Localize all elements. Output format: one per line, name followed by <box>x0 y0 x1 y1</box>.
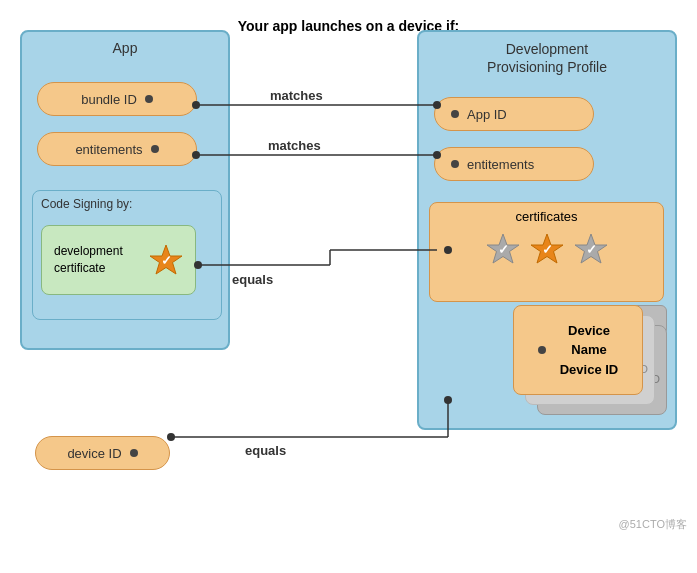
main-container: Your app launches on a device if: App bu… <box>0 0 697 573</box>
device-front-dot <box>538 346 546 354</box>
svg-text:✓: ✓ <box>585 242 596 257</box>
svg-text:✓: ✓ <box>541 242 552 257</box>
entitlements-right-box: entitements <box>434 147 594 181</box>
dev-panel: DevelopmentProvisioning Profile App ID e… <box>417 30 677 430</box>
dev-cert-text: developmentcertificate <box>54 243 123 277</box>
equals2-label: equals <box>245 443 286 458</box>
app-id-dot <box>451 110 459 118</box>
device-id-box: device ID <box>35 436 170 470</box>
svg-text:✓: ✓ <box>161 253 172 268</box>
device-stack: Device vice me ce ID vice me ce ID <box>492 305 667 420</box>
app-panel-title: App <box>22 32 228 62</box>
entitlements-left-box: entitements <box>37 132 197 166</box>
watermark: @51CTO博客 <box>619 517 687 532</box>
device-front-dot-row: DeviceNameDevice ID <box>538 321 619 380</box>
svg-text:✓: ✓ <box>497 242 508 257</box>
cert-badge-gray-1: ✓ <box>486 232 520 266</box>
entitlements-right-label: entitements <box>467 157 534 172</box>
dev-cert-badge: ✓ <box>149 243 183 277</box>
device-id-dot <box>130 449 138 457</box>
device-front-text: DeviceNameDevice ID <box>560 321 619 380</box>
entitlements-right-dot <box>451 160 459 168</box>
certificates-box: certificates ✓ ✓ ✓ <box>429 202 664 302</box>
cert-badge-orange: ✓ <box>530 232 564 266</box>
dev-cert-box: developmentcertificate ✓ <box>41 225 196 295</box>
bundle-id-box: bundle ID <box>37 82 197 116</box>
entitlements-left-label: entitements <box>75 142 142 157</box>
diagram-area: Your app launches on a device if: App bu… <box>0 0 697 540</box>
device-box-front: DeviceNameDevice ID <box>513 305 643 395</box>
app-panel: App bundle ID entitements Code Signing b… <box>20 30 230 350</box>
certs-title: certificates <box>515 203 577 228</box>
matches1-label: matches <box>270 88 323 103</box>
dev-cert-badge-wrap: ✓ <box>149 243 183 277</box>
cert-badge-gray-2: ✓ <box>574 232 608 266</box>
equals1-label: equals <box>232 272 273 287</box>
entitlements-left-dot <box>151 145 159 153</box>
code-signing-box: Code Signing by: developmentcertificate … <box>32 190 222 320</box>
app-id-box: App ID <box>434 97 594 131</box>
bundle-id-label: bundle ID <box>81 92 137 107</box>
bundle-id-dot <box>145 95 153 103</box>
device-id-endpoint <box>167 433 175 441</box>
certs-icons: ✓ ✓ ✓ <box>486 232 608 266</box>
device-id-label: device ID <box>67 446 121 461</box>
dev-panel-title: DevelopmentProvisioning Profile <box>419 32 675 82</box>
app-id-label: App ID <box>467 107 507 122</box>
matches2-label: matches <box>268 138 321 153</box>
code-signing-title: Code Signing by: <box>33 191 221 215</box>
